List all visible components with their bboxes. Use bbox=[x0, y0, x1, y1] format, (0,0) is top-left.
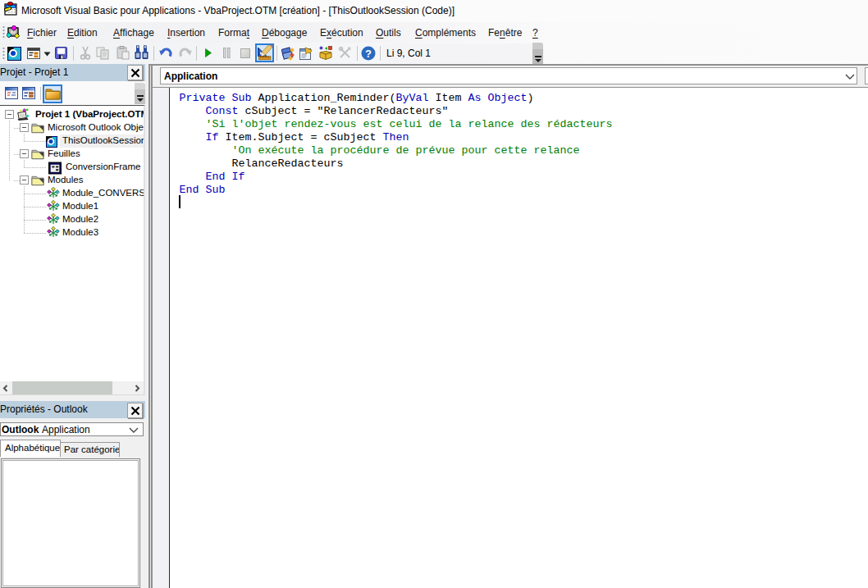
svg-text:?: ? bbox=[365, 48, 372, 60]
